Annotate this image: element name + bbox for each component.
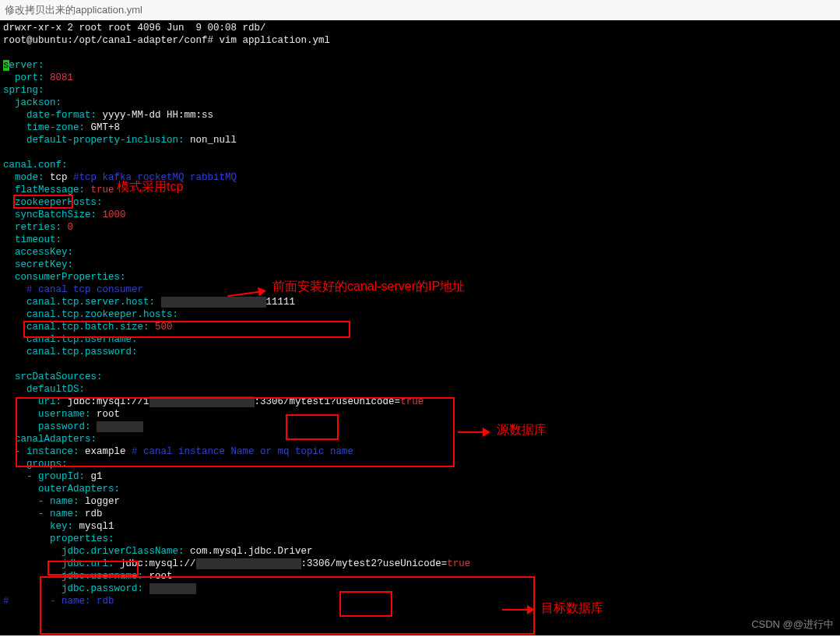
yaml-canal-conf: canal.conf: (3, 159, 837, 171)
yaml-name1: - name: logger (3, 495, 837, 508)
yaml-retries: retries: 0 (3, 221, 837, 234)
yaml-name2: - name: rdb (3, 508, 837, 520)
yaml-tcp-user: canal.tcp.username: (3, 333, 837, 346)
yaml-flat: flatMessage: true (3, 184, 837, 196)
yaml-zk: zookeeperHosts: (3, 196, 837, 209)
yaml-default-ds: defaultDS: (3, 383, 837, 396)
yaml-tcp-host: canal.tcp.server.host: xxxxxxxxxxxxxxxxx… (3, 296, 837, 308)
yaml-driver: jdbc.driverClassName: com.mysql.jdbc.Dri… (3, 545, 837, 558)
yaml-key: key: mysql1 (3, 520, 837, 533)
blank (3, 146, 837, 159)
yaml-secretkey: secretKey: (3, 259, 837, 271)
yaml-username: username: root (3, 408, 837, 421)
yaml-outer: outerAdapters: (3, 483, 837, 495)
yaml-tcp-pass: canal.tcp.password: (3, 346, 837, 358)
yaml-groups: groups: (3, 458, 837, 470)
yaml-time-zone: time-zone: GMT+8 (3, 121, 837, 134)
yaml-tcp-batch: canal.tcp.batch.size: 500 (3, 321, 837, 333)
ls-output: drwxr-xr-x 2 root root 4096 Jun 9 00:08 … (3, 22, 837, 34)
yaml-tcp-comment: # canal tcp consumer (3, 283, 837, 296)
yaml-spring: spring: (3, 84, 837, 97)
yaml-sync: syncBatchSize: 1000 (3, 209, 837, 221)
yaml-jackson: jackson: (3, 97, 837, 109)
yaml-port: port: 8081 (3, 72, 837, 84)
yaml-jdbcpass: jdbc.password: xxxxxxxx (3, 582, 837, 595)
terminal-window[interactable]: drwxr-xr-x 2 root root 4096 Jun 9 00:08 … (0, 20, 840, 635)
shell-prompt: root@ubuntu:/opt/canal-adapter/conf# vim… (3, 34, 837, 47)
yaml-groupid: - groupId: g1 (3, 470, 837, 483)
yaml-server: server: (3, 59, 837, 72)
yaml-password: password: xxxxxxxx (3, 421, 837, 433)
yaml-name3: # - name: rdb (3, 595, 837, 607)
yaml-src-ds: srcDataSources: (3, 371, 837, 383)
yaml-jdbcurl: jdbc.url: jdbc:mysql://xxxxxxxxxxxxxxxxx… (3, 558, 837, 570)
yaml-canal-adapters: canalAdapters: (3, 433, 837, 445)
yaml-instance: - instance: example # canal instance Nam… (3, 445, 837, 458)
yaml-dpi: default-property-inclusion: non_null (3, 134, 837, 146)
yaml-tcp-zk: canal.tcp.zookeeper.hosts: (3, 308, 837, 321)
watermark: CSDN @@进行中 (751, 618, 834, 631)
blank (3, 358, 837, 371)
page-title: 修改拷贝出来的application.yml (0, 0, 840, 20)
yaml-mode: mode: tcp #tcp kafka rocketMQ rabbitMQ (3, 171, 837, 184)
yaml-accesskey: accessKey: (3, 246, 837, 259)
yaml-url: url: jdbc:mysql://1xxxxxxxxxxxxxxxxxx:33… (3, 396, 837, 408)
yaml-properties: properties: (3, 533, 837, 545)
blank (3, 47, 837, 59)
yaml-date-format: date-format: yyyy-MM-dd HH:mm:ss (3, 109, 837, 121)
yaml-consumer: consumerProperties: (3, 271, 837, 283)
yaml-jdbcuser: jdbc.username: root (3, 570, 837, 582)
yaml-timeout: timeout: (3, 234, 837, 246)
